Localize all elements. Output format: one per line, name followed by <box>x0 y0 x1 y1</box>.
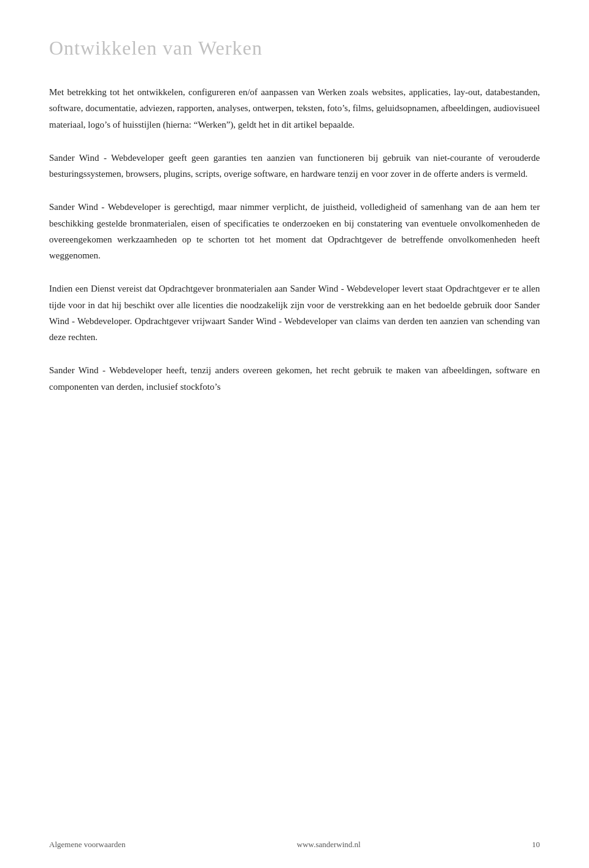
page-footer: Algemene voorwaarden www.sanderwind.nl 1… <box>49 840 540 850</box>
content-section: Met betrekking tot het ontwikkelen, conf… <box>49 84 540 395</box>
paragraph-4: Indien een Dienst vereist dat Opdrachtge… <box>49 281 540 345</box>
paragraph-2: Sander Wind - Webdeveloper geeft geen ga… <box>49 150 540 182</box>
page-container: Ontwikkelen van Werken Met betrekking to… <box>0 0 589 868</box>
footer-page-number: 10 <box>532 840 540 850</box>
footer-left: Algemene voorwaarden <box>49 840 126 850</box>
paragraph-5: Sander Wind - Webdeveloper heeft, tenzij… <box>49 362 540 395</box>
paragraph-1: Met betrekking tot het ontwikkelen, conf… <box>49 84 540 133</box>
paragraph-3: Sander Wind - Webdeveloper is gerechtigd… <box>49 199 540 263</box>
page-title: Ontwikkelen van Werken <box>49 37 540 60</box>
footer-center: www.sanderwind.nl <box>297 840 361 850</box>
